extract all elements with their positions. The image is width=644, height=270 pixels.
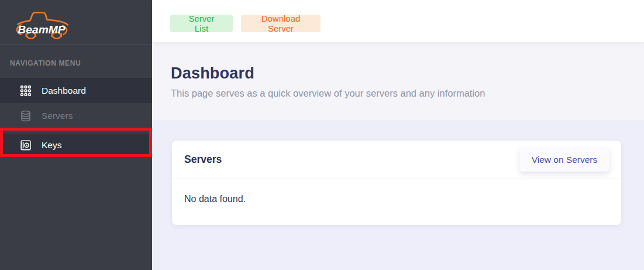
beammp-logo[interactable]: BeamMP — [0, 0, 152, 45]
sidebar-item-label: Dashboard — [42, 85, 86, 97]
logo-text: BeamMP — [18, 23, 65, 36]
sidebar-item-label: Servers — [42, 110, 73, 122]
content-area: Servers View on Servers No data found. — [152, 120, 644, 270]
sidebar-item-keys[interactable]: Keys — [0, 134, 152, 157]
sidebar: BeamMP NAVIGATION MENU Dashboard — [0, 0, 152, 270]
truck-logo-icon: BeamMP — [9, 5, 74, 39]
sidebar-item-servers[interactable]: Servers — [0, 103, 152, 128]
servers-card: Servers View on Servers No data found. — [172, 141, 621, 225]
server-list-button[interactable]: Server List — [170, 15, 233, 32]
servers-card-header: Servers View on Servers — [172, 141, 621, 179]
servers-card-title: Servers — [184, 153, 222, 166]
page-subtitle: This page serves as a quick overview of … — [171, 88, 644, 99]
sidebar-item-label: Keys — [42, 139, 61, 151]
view-on-servers-button[interactable]: View on Servers — [519, 148, 609, 172]
page-header: Dashboard This page serves as a quick ov… — [152, 42, 644, 120]
topbar: Server List Download Server — [152, 0, 644, 42]
servers-card-body: No data found. — [172, 179, 621, 219]
nav-section-label: NAVIGATION MENU — [0, 45, 152, 78]
sidebar-item-dashboard[interactable]: Dashboard — [0, 78, 152, 103]
grid-dots-icon — [20, 85, 32, 97]
empty-state-text: No data found. — [184, 194, 246, 204]
main-area: Server List Download Server Dashboard Th… — [152, 0, 644, 270]
safe-icon — [20, 139, 32, 151]
nav-menu: Dashboard Servers — [0, 78, 152, 157]
database-icon — [20, 110, 32, 122]
page-title: Dashboard — [171, 64, 644, 83]
download-server-button[interactable]: Download Server — [241, 15, 321, 32]
